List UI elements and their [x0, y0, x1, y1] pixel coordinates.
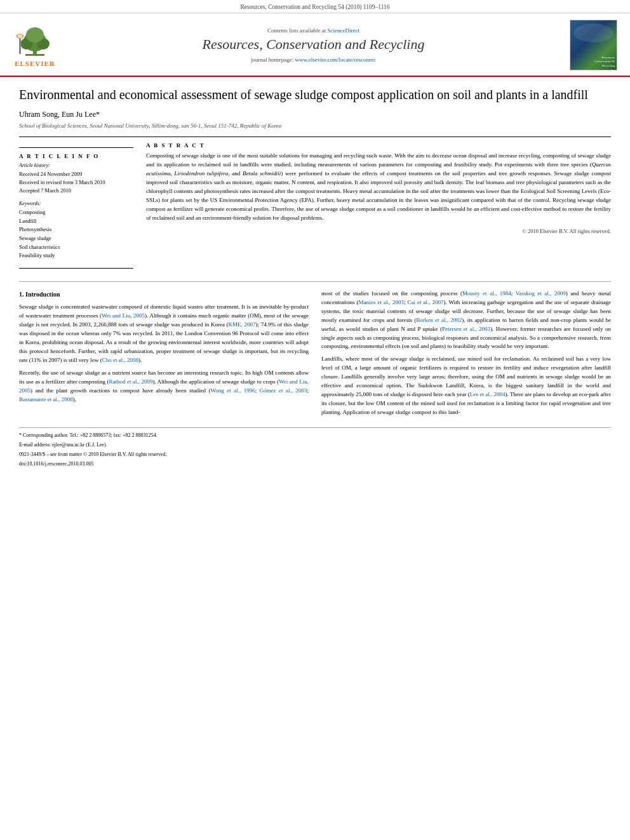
- cover-line2: Conservation &: [594, 60, 615, 64]
- received-date: Received 24 November 2009: [19, 170, 133, 178]
- article-info-section: A R T I C L E I N F O Article history: R…: [19, 153, 133, 194]
- elsevier-tree-icon: [13, 23, 57, 58]
- footnote-email: E-mail address: ejlee@snu.ac.kr (E.J. Le…: [19, 441, 611, 449]
- ref-borken-2002[interactable]: Borken et al., 2002: [416, 317, 462, 323]
- abstract-header: A B S T R A C T: [146, 142, 611, 149]
- body-col-2: most of the studies focused on the compo…: [321, 290, 611, 421]
- footnote-issn: 0921-3449/$ – see front matter © 2010 El…: [19, 451, 611, 458]
- svg-point-5: [26, 27, 44, 43]
- article-title: Environmental and economical assessment …: [19, 86, 611, 103]
- body-para-1: Sewage sludge is concentrated wastewater…: [19, 303, 309, 365]
- divider-left-top: [19, 147, 133, 148]
- ref-bustamante-2008[interactable]: Bustamante et al., 2008: [19, 396, 73, 403]
- journal-cover-image: Resources Conservation & Recycling: [570, 20, 617, 70]
- body-section: 1. Introduction Sewage sludge is concent…: [19, 290, 611, 421]
- article-info-abstract: A R T I C L E I N F O Article history: R…: [19, 142, 611, 274]
- journal-header: ELSEVIER Contents lists available at Sci…: [0, 13, 630, 77]
- keyword-2: Landfill: [19, 217, 133, 226]
- footnote-corresponding: * Corresponding author. Tel.: +82 2 8806…: [19, 432, 611, 439]
- divider-top: [19, 137, 611, 137]
- page: Resources, Conservation and Recycling 54…: [0, 0, 630, 840]
- journal-homepage: journal homepage: www.elsevier.com/locat…: [64, 57, 563, 63]
- body-col-1: 1. Introduction Sewage sludge is concent…: [19, 290, 309, 421]
- elsevier-logo: ELSEVIER: [13, 23, 57, 67]
- ref-wei-liu-2005[interactable]: Wei and Liu, 2005: [102, 312, 145, 319]
- authors-text: Uhram Song, Eun Ju Lee*: [19, 110, 100, 119]
- svg-point-8: [18, 34, 23, 38]
- copyright-line: © 2010 Elsevier B.V. All rights reserved…: [146, 228, 611, 234]
- ref-rathod-2009[interactable]: Rathod et al., 2009: [109, 378, 153, 385]
- ref-kme-2007[interactable]: KME, 2007: [229, 321, 256, 328]
- ref-lee-2004[interactable]: Lee et al., 2004: [470, 391, 506, 397]
- ref-cho-2008[interactable]: Cho et al., 2008: [102, 357, 138, 363]
- abstract-col: A B S T R A C T Composting of sewage slu…: [146, 142, 611, 274]
- citation-bar: Resources, Conservation and Recycling 54…: [0, 0, 630, 13]
- accepted-date: Accepted 7 March 2010: [19, 187, 133, 195]
- sciencedirect-info: Contents lists available at ScienceDirec…: [64, 27, 563, 34]
- footnote-section: * Corresponding author. Tel.: +82 2 8806…: [19, 427, 611, 468]
- ref-petersen-2003[interactable]: Petersen et al., 2003: [442, 326, 490, 332]
- keywords-section: Keywords: Composting Landfill Photosynth…: [19, 201, 133, 260]
- svg-rect-1: [25, 54, 44, 56]
- homepage-link[interactable]: www.elsevier.com/locate/resconrec: [295, 57, 376, 63]
- ref-manios-2003[interactable]: Manios et al., 2003: [358, 299, 403, 305]
- keyword-1: Composting: [19, 208, 133, 217]
- journal-title-area: Contents lists available at ScienceDirec…: [57, 27, 570, 63]
- homepage-label: journal homepage:: [251, 57, 293, 63]
- keyword-3: Photosynthesis: [19, 225, 133, 234]
- elsevier-text: ELSEVIER: [15, 60, 55, 67]
- body-divider: [19, 281, 611, 282]
- cover-line3: Recycling: [594, 64, 615, 69]
- ref-vasskog-2009[interactable]: Vasskog et al., 2009: [516, 290, 566, 297]
- article-info-col: A R T I C L E I N F O Article history: R…: [19, 142, 133, 274]
- ref-wong-1996[interactable]: Wong et al., 1996: [210, 387, 255, 394]
- section1-title: 1. Introduction: [19, 290, 309, 300]
- keyword-6: Feasibility study: [19, 251, 133, 260]
- abstract-text: Composting of sewage sludge is one of th…: [146, 152, 611, 223]
- ref-mousty-1984[interactable]: Mousty et al., 1984: [462, 290, 511, 297]
- keywords-header: Keywords:: [19, 201, 133, 206]
- body-para-4: Landfills, where most of the sewage slud…: [321, 355, 611, 417]
- sciencedirect-link[interactable]: ScienceDirect: [328, 27, 359, 34]
- ref-gomez-2003[interactable]: Gómez et al., 2003: [260, 387, 307, 394]
- article-info-header: A R T I C L E I N F O: [19, 153, 133, 159]
- ref-cai-2007[interactable]: Cai et al., 2007: [407, 299, 443, 305]
- keyword-4: Sewage sludge: [19, 234, 133, 243]
- footnote-doi: doi:10.1016/j.resconrec.2010.03.005: [19, 460, 611, 468]
- species-3: Betula schmidtii: [243, 170, 281, 177]
- article-affiliation: School of Biological Sciences, Seoul Nat…: [19, 123, 611, 129]
- body-para-2: Recently, the use of sewage sludge as a …: [19, 369, 309, 404]
- divider-left-bottom: [19, 268, 133, 269]
- journal-title: Resources, Conservation and Recycling: [64, 36, 563, 54]
- citation-text: Resources, Conservation and Recycling 54…: [240, 4, 389, 10]
- species-2: Liriodendron tulipifera: [174, 170, 228, 177]
- article-content: Environmental and economical assessment …: [0, 77, 630, 483]
- revised-date: Received in revised form 3 March 2010: [19, 178, 133, 187]
- keyword-5: Soil characteristics: [19, 243, 133, 252]
- body-para-3: most of the studies focused on the compo…: [321, 290, 611, 352]
- history-label: Article history:: [19, 163, 133, 168]
- article-authors: Uhram Song, Eun Ju Lee*: [19, 110, 611, 119]
- svg-rect-6: [19, 36, 21, 54]
- contents-label: Contents lists available at: [267, 27, 326, 34]
- cover-text: Resources Conservation & Recycling: [594, 56, 615, 69]
